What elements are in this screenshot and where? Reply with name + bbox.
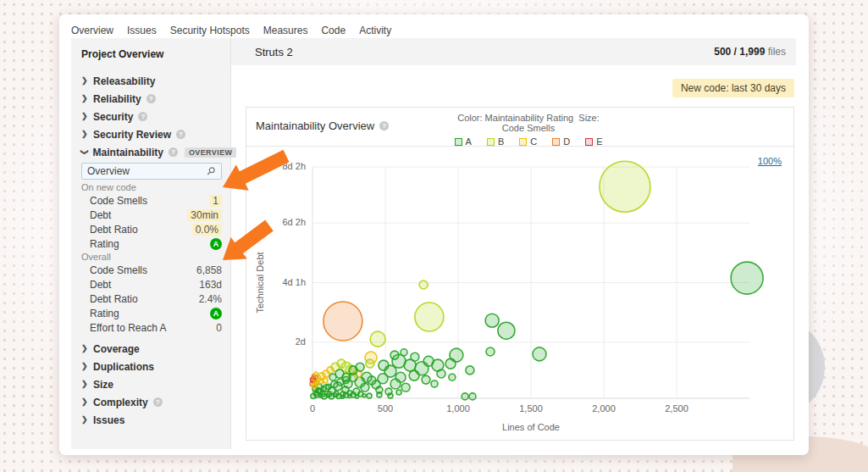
bubble[interactable] (361, 383, 369, 391)
x-tick-label: 500 (378, 403, 393, 414)
metric-row-code-smells[interactable]: Code Smells6,858 (81, 263, 222, 277)
bubble[interactable] (600, 161, 650, 212)
bubble[interactable] (469, 393, 476, 400)
bubble[interactable] (437, 369, 445, 378)
bubble[interactable] (326, 384, 331, 389)
bubble[interactable] (390, 351, 399, 359)
bubble[interactable] (356, 395, 359, 398)
bubble-chart[interactable]: 2d4d 1h6d 2h8d 2h05001,0001,5002,0002,50… (246, 146, 793, 441)
bubble[interactable] (533, 347, 546, 361)
page-link-icon (206, 166, 216, 176)
metric-label: Rating (90, 308, 119, 319)
bubble[interactable] (340, 395, 344, 398)
bubble[interactable] (466, 366, 474, 375)
help-icon[interactable]: ? (379, 121, 389, 130)
bubble[interactable] (377, 392, 382, 397)
sidebar-item-complexity[interactable]: ❯Complexity? (81, 393, 222, 411)
bubble[interactable] (343, 377, 350, 384)
help-icon[interactable]: ? (138, 112, 147, 121)
sidebar-item-security-review[interactable]: ❯Security Review? (81, 125, 222, 143)
sidebar-item-maintainability[interactable]: ❯ Maintainability ? OVERVIEW (81, 143, 222, 161)
bubble[interactable] (449, 374, 456, 380)
bubble[interactable] (411, 353, 419, 361)
chart-panel-header: Maintainability Overview ? Color: Mainta… (246, 108, 793, 147)
sidebar-item-duplications[interactable]: ❯Duplications (81, 358, 222, 375)
metric-row-debt[interactable]: Debt163d (81, 277, 222, 292)
bubble[interactable] (401, 349, 407, 356)
bubble[interactable] (431, 380, 438, 387)
bubble[interactable] (337, 359, 346, 368)
bubble[interactable] (445, 358, 456, 369)
sidebar-item-security[interactable]: ❯Security? (81, 108, 222, 125)
help-icon[interactable]: ? (169, 147, 178, 157)
bubble[interactable] (390, 379, 401, 389)
chevron-down-icon: ❯ (80, 149, 88, 156)
metric-value: 0.0% (192, 224, 222, 236)
files-count-label: files (768, 46, 786, 58)
metric-value: 163d (199, 279, 222, 291)
chart-panel: Maintainability Overview ? Color: Mainta… (246, 107, 794, 441)
bubble[interactable] (319, 394, 323, 397)
sidebar-item-size[interactable]: ❯Size (81, 375, 222, 393)
chevron-right-icon: ❯ (81, 345, 88, 353)
bubble[interactable] (348, 395, 351, 398)
metric-row-debt-ratio[interactable]: Debt Ratio0.0% (81, 222, 222, 236)
sidebar-item-issues[interactable]: ❯Issues (81, 411, 222, 429)
bubble[interactable] (485, 314, 499, 327)
sidebar-item-coverage[interactable]: ❯Coverage (81, 340, 222, 358)
sidebar-item-label: Duplications (93, 361, 154, 373)
project-name: Struts 2 (255, 46, 293, 58)
bubble[interactable] (423, 356, 434, 366)
y-axis-label: Technical Debt (255, 252, 265, 313)
metric-row-debt-ratio[interactable]: Debt Ratio2.4% (81, 292, 222, 306)
help-icon[interactable]: ? (153, 397, 163, 407)
bubble[interactable] (388, 393, 393, 398)
bubble[interactable] (409, 370, 419, 380)
metric-row-rating[interactable]: RatingA (81, 306, 222, 320)
bubble[interactable] (422, 375, 430, 384)
metric-row-effort-to-reach-a[interactable]: Effort to Reach A0 (81, 320, 222, 335)
bubble[interactable] (327, 367, 334, 374)
sidebar-item-reliability[interactable]: ❯Reliability? (81, 90, 222, 108)
bubble[interactable] (368, 376, 376, 385)
selected-item-label: Overview (87, 165, 130, 177)
bubble[interactable] (316, 388, 321, 393)
project-header-bar: Struts 2 500 / 1,999 files (231, 38, 796, 65)
bubble[interactable] (334, 393, 337, 397)
sidebar-item-overview-selected[interactable]: Overview (81, 163, 222, 180)
bubble[interactable] (370, 331, 385, 347)
bubble[interactable] (401, 383, 410, 391)
metric-label: Code Smells (90, 264, 147, 276)
bubble[interactable] (329, 374, 336, 380)
sidebar-item-label: Reliability (93, 93, 141, 105)
bubble[interactable] (356, 363, 364, 371)
bubble[interactable] (323, 302, 362, 341)
chevron-right-icon: ❯ (81, 398, 88, 406)
bubble[interactable] (314, 372, 318, 375)
bubble[interactable] (419, 280, 428, 289)
metric-row-code-smells[interactable]: Code Smells1 (81, 193, 222, 208)
legend-swatch-a (455, 138, 462, 146)
metric-row-debt[interactable]: Debt30min (81, 208, 222, 222)
bubble[interactable] (362, 394, 366, 397)
metric-row-rating[interactable]: RatingA (81, 236, 222, 251)
bubble[interactable] (396, 390, 401, 395)
bubble[interactable] (486, 347, 495, 356)
metric-sections: On new codeCode Smells1Debt30minDebt Rat… (81, 181, 222, 335)
bubble[interactable] (367, 393, 372, 398)
metric-label: Debt Ratio (90, 293, 138, 305)
bubble[interactable] (415, 303, 444, 331)
bubble[interactable] (366, 359, 374, 368)
chevron-right-icon: ❯ (81, 95, 88, 103)
legend-swatch-d (552, 138, 560, 146)
bubble[interactable] (318, 379, 323, 384)
help-icon[interactable]: ? (147, 94, 156, 103)
bubble[interactable] (321, 386, 326, 391)
bubble[interactable] (326, 394, 329, 397)
bubble[interactable] (379, 360, 389, 370)
bubble[interactable] (462, 393, 468, 400)
sidebar-item-releasability[interactable]: ❯Releasability (81, 72, 222, 90)
help-icon[interactable]: ? (176, 130, 185, 139)
bubble[interactable] (731, 262, 763, 294)
bubble[interactable] (498, 322, 515, 339)
